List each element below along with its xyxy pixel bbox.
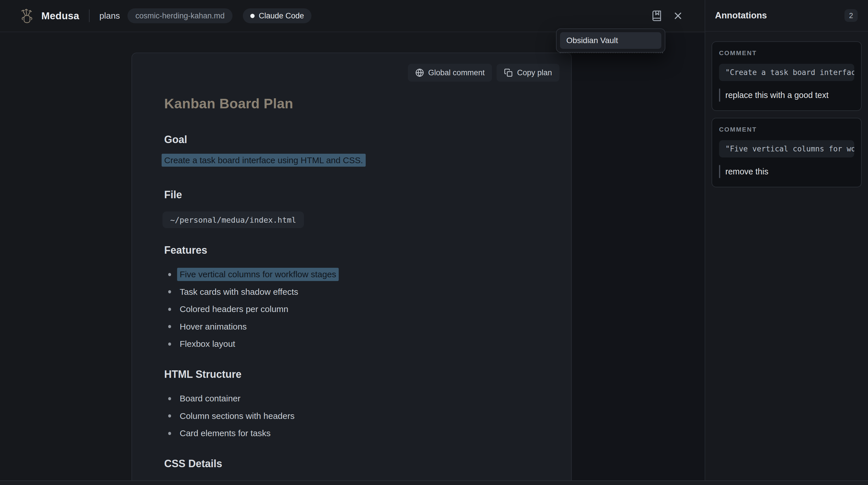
- app-header: Medusa plans cosmic-herding-kahan.md Cla…: [0, 0, 705, 32]
- comment-accent-bar: [719, 88, 720, 102]
- annotation-quote: "Create a task board interfac…": [719, 64, 854, 81]
- annotated-text-feature[interactable]: Five vertical columns for workflow stage…: [177, 268, 339, 281]
- file-path-code: ~/personal/medua/index.html: [162, 211, 304, 228]
- close-button[interactable]: [671, 9, 685, 22]
- list-item: Board container: [164, 390, 294, 407]
- menu-item-obsidian-vault[interactable]: Obsidian Vault: [560, 32, 661, 49]
- annotations-count-badge: 2: [844, 9, 858, 22]
- list-item: Hover animations: [164, 318, 339, 336]
- save-to-vault-button[interactable]: [650, 9, 663, 22]
- medusa-logo-icon: [19, 7, 35, 24]
- main-area: Medusa plans cosmic-herding-kahan.md Cla…: [0, 0, 705, 485]
- copy-icon: [504, 68, 513, 77]
- global-comment-label: Global comment: [428, 68, 485, 77]
- list-item: Colored headers per column: [164, 301, 339, 318]
- close-icon: [673, 10, 683, 21]
- save-dropdown-menu: Obsidian Vault: [556, 28, 665, 53]
- app-window: Medusa plans cosmic-herding-kahan.md Cla…: [0, 0, 868, 485]
- copy-plan-button[interactable]: Copy plan: [497, 64, 559, 82]
- heading-css-details: CSS Details: [164, 458, 222, 470]
- agent-status-dot: [250, 14, 255, 18]
- agent-chip: Claude Code: [243, 8, 311, 23]
- annotations-panel: Annotations 2 COMMENT "Create a task boa…: [705, 0, 868, 485]
- annotation-comment: remove this: [719, 165, 854, 178]
- window-bottom-edge: [0, 480, 868, 485]
- annotations-title: Annotations: [715, 10, 767, 21]
- breadcrumb-plans[interactable]: plans: [99, 11, 120, 21]
- app-title: Medusa: [41, 10, 79, 22]
- header-divider: [89, 9, 90, 22]
- list-item: Flexbox layout: [164, 335, 339, 353]
- agent-chip-label: Claude Code: [259, 11, 304, 20]
- annotation-quote: "Five vertical columns for wo…": [719, 140, 854, 158]
- annotation-comment: replace this with a good text: [719, 88, 854, 102]
- globe-icon: [415, 68, 424, 77]
- list-item: Task cards with shadow effects: [164, 283, 339, 301]
- list-item: Five vertical columns for workflow stage…: [164, 266, 339, 283]
- heading-goal: Goal: [164, 134, 187, 146]
- annotation-card[interactable]: COMMENT "Create a task board interfac…" …: [712, 41, 862, 111]
- file-chip: cosmic-herding-kahan.md: [127, 8, 233, 23]
- annotations-list: COMMENT "Create a task board interfac…" …: [705, 32, 868, 187]
- features-list: Five vertical columns for workflow stage…: [164, 266, 339, 353]
- comment-accent-bar: [719, 165, 720, 178]
- html-structure-list: Board container Column sections with hea…: [164, 390, 294, 442]
- comment-text: replace this with a good text: [725, 90, 828, 100]
- heading-features: Features: [164, 244, 207, 256]
- book-icon: [651, 10, 662, 22]
- comment-text: remove this: [725, 167, 768, 176]
- annotated-text-goal[interactable]: Create a task board interface using HTML…: [162, 154, 366, 167]
- annotations-panel-header: Annotations 2: [705, 0, 868, 32]
- goal-paragraph: Create a task board interface using HTML…: [164, 155, 366, 165]
- page-title: Kanban Board Plan: [164, 96, 293, 112]
- annotation-kind-label: COMMENT: [719, 50, 854, 57]
- heading-file: File: [164, 189, 182, 201]
- annotation-gutter: [572, 33, 705, 480]
- copy-plan-label: Copy plan: [517, 68, 552, 77]
- global-comment-button[interactable]: Global comment: [408, 64, 492, 82]
- annotation-kind-label: COMMENT: [719, 126, 854, 133]
- annotation-card[interactable]: COMMENT "Five vertical columns for wo…" …: [712, 118, 862, 187]
- document-actions: Global comment Copy plan: [408, 64, 559, 82]
- plan-document-card: Global comment Copy plan Kanban Board Pl…: [131, 53, 572, 480]
- list-item: Card elements for tasks: [164, 425, 294, 442]
- heading-html-structure: HTML Structure: [164, 368, 241, 380]
- list-item: Column sections with headers: [164, 407, 294, 425]
